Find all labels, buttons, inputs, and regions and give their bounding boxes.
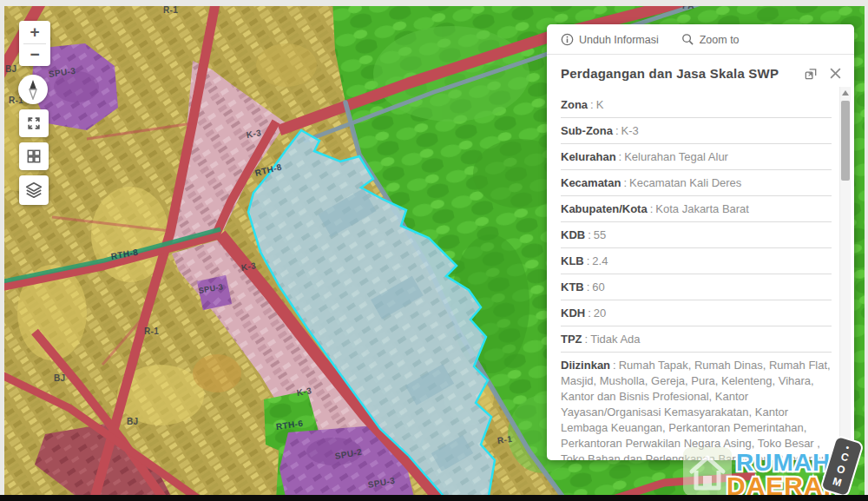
layers-icon — [24, 181, 43, 200]
attribute-row: Sub-Zona:K-3 — [561, 118, 832, 144]
field-value: 20 — [594, 307, 606, 320]
close-panel-button[interactable] — [829, 67, 842, 83]
field-label: Kecamatan — [561, 176, 621, 189]
field-separator: : — [584, 254, 593, 267]
field-separator: : — [616, 150, 625, 163]
field-separator: : — [585, 228, 594, 241]
field-value: Tidak Ada — [590, 333, 640, 346]
field-value: K-3 — [621, 124, 639, 137]
panel-action-bar: Unduh Informasi Zoom to — [547, 24, 854, 55]
zoom-to-label: Zoom to — [700, 34, 740, 46]
expand-icon — [25, 115, 43, 132]
attribute-list: Zona:K Sub-Zona:K-3 Kelurahan:Kelurahan … — [547, 90, 854, 460]
scroll-up-arrow-icon[interactable] — [842, 90, 849, 96]
attribute-row: KTB:60 — [561, 274, 832, 300]
attribute-row: Zona:K — [561, 92, 832, 118]
field-separator: : — [621, 176, 629, 189]
app-window: R-1 BJ SPU-3 R-1 K-3 RTH-8 RTH-8 K-3 SPU… — [0, 0, 868, 501]
field-separator: : — [613, 124, 621, 137]
field-separator: : — [648, 202, 656, 215]
window-frame-right — [865, 0, 868, 501]
compass-needle-icon — [23, 79, 43, 100]
attribute-row: KLB:2.4 — [561, 248, 832, 274]
panel-scrollbar[interactable] — [839, 87, 851, 457]
window-frame-left — [0, 0, 4, 501]
map-zone-label: R-1 — [144, 326, 159, 336]
field-separator: : — [610, 359, 619, 372]
field-label: KLB — [561, 254, 584, 267]
field-value: 55 — [594, 228, 606, 241]
field-label: Sub-Zona — [561, 124, 613, 137]
badge-word: COM — [831, 450, 852, 491]
field-label: Kabupaten/Kota — [561, 202, 648, 215]
window-frame-bottom — [0, 495, 868, 501]
zoom-to-button[interactable]: Zoom to — [681, 33, 740, 46]
map-zone-label: R-1 — [163, 5, 178, 15]
field-value: 60 — [592, 280, 604, 293]
dock-icon — [804, 67, 819, 82]
attribute-row: TPZ:Tidak Ada — [561, 326, 832, 353]
zoom-controls: + − — [19, 21, 50, 66]
close-icon — [829, 67, 842, 80]
field-value: K — [596, 98, 604, 111]
layers-button[interactable] — [19, 175, 49, 205]
field-label: KTB — [561, 280, 584, 293]
default-extent-button[interactable] — [19, 109, 49, 137]
feature-info-panel: Unduh Informasi Zoom to Perdagangan dan … — [547, 24, 854, 460]
field-value: Kota Jakarta Barat — [655, 202, 749, 215]
download-info-label: Unduh Informasi — [579, 34, 659, 46]
map-zone-label: BJ — [5, 64, 17, 74]
field-separator: : — [588, 98, 596, 111]
field-label: Zona — [561, 98, 588, 111]
dock-popup-button[interactable] — [804, 67, 819, 85]
attribute-row: Kelurahan:Kelurahan Tegal Alur — [561, 144, 832, 170]
map-zone-label: BJ — [54, 373, 66, 383]
attribute-row: KDH:20 — [561, 300, 832, 326]
field-label: KDH — [561, 307, 585, 320]
attribute-row: Kabupaten/Kota:Kota Jakarta Barat — [561, 196, 832, 222]
basemap-gallery-button[interactable] — [19, 142, 49, 170]
compass-button[interactable] — [18, 75, 48, 104]
watermark: RUMAH DAERAH • COM — [673, 432, 868, 501]
field-separator: : — [584, 280, 593, 293]
attribute-row: Kecamatan:Kecamatan Kali Deres — [561, 170, 832, 196]
scrollbar-thumb[interactable] — [841, 101, 850, 181]
magnifier-icon — [681, 33, 694, 46]
attribute-row: KDB:55 — [561, 222, 832, 248]
field-value: Kelurahan Tegal Alur — [624, 150, 728, 163]
panel-title-row: Perdagangan dan Jasa Skala SWP — [547, 55, 854, 90]
field-label: Kelurahan — [561, 150, 616, 163]
field-separator: : — [582, 333, 591, 346]
map-zone-label: BJ — [127, 417, 139, 426]
window-frame-top — [0, 0, 868, 6]
field-separator: : — [585, 307, 594, 320]
zoom-out-button[interactable]: − — [19, 44, 50, 67]
field-value: Kecamatan Kali Deres — [629, 176, 741, 189]
field-label: Diizinkan — [561, 359, 610, 372]
field-label: KDB — [561, 228, 585, 241]
basemap-grid-icon — [25, 148, 43, 165]
panel-title: Perdagangan dan Jasa Skala SWP — [561, 66, 793, 81]
download-info-button[interactable]: Unduh Informasi — [561, 33, 659, 46]
house-icon — [683, 447, 732, 496]
zoom-in-button[interactable]: + — [19, 21, 50, 43]
info-icon — [561, 33, 574, 46]
field-value: 2.4 — [592, 254, 608, 267]
field-label: TPZ — [561, 333, 582, 346]
